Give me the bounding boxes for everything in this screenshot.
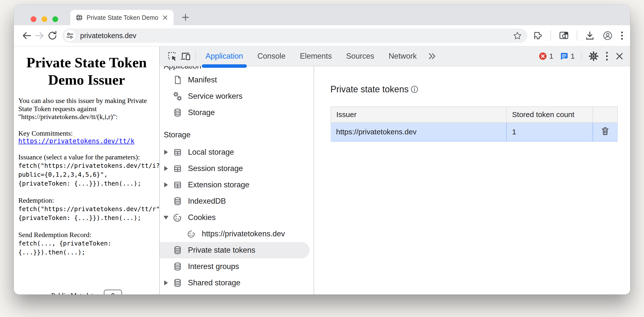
sidebar-item-indexeddb[interactable]: IndexedDB (160, 193, 314, 209)
search-tabs-icon[interactable] (558, 30, 569, 41)
issue-count: 1 (570, 52, 575, 60)
key-commitments-link[interactable]: https://privatetokens.dev/tt/k (18, 137, 134, 145)
url-text[interactable]: privatetokens.dev (80, 32, 136, 40)
reload-button[interactable] (46, 29, 59, 42)
issuer-cell[interactable]: https://privatetokens.dev (331, 123, 506, 141)
send-redemption-record-label: Send Redemption Record: (18, 231, 155, 239)
issuance-label: Issuance (select a value for the paramet… (18, 153, 155, 161)
public-metadata-label: Public Metadata (51, 291, 96, 294)
table-header-row: Issuer Stored token count (331, 107, 618, 123)
macos-traffic-lights (31, 16, 58, 22)
gears-icon (172, 91, 183, 102)
key-commitments-label: Key Commitments: (18, 129, 155, 137)
sidebar-item-cookies-origin[interactable]: https://privatetokens.dev (160, 226, 314, 242)
column-header-issuer[interactable]: Issuer (331, 107, 506, 123)
table-icon (172, 179, 183, 190)
sidebar-item-shared-storage[interactable]: Shared storage (160, 275, 314, 291)
token-count-cell[interactable]: 1 (506, 123, 593, 141)
devtools-panel: Application Console Elements Sources Net… (160, 47, 630, 294)
database-icon (172, 245, 183, 256)
address-bar[interactable]: privatetokens.dev (62, 29, 527, 43)
collapse-arrow-icon[interactable] (160, 216, 172, 219)
devtools-toolbar: Application Console Elements Sources Net… (160, 47, 630, 66)
sidebar-item-storage[interactable]: Storage (160, 104, 314, 121)
downloads-icon[interactable] (585, 31, 595, 41)
tokens-table: Issuer Stored token count https://privat… (330, 106, 618, 142)
inspect-element-icon[interactable] (166, 50, 179, 63)
toolbar-divider (550, 31, 551, 41)
tab-application[interactable]: Application (198, 46, 250, 66)
browser-tab[interactable]: Private State Token Demo (70, 10, 174, 25)
redemption-code: fetch("https://privatetokens.dev/tt/r", … (18, 205, 155, 223)
tab-title: Private State Token Demo (86, 14, 158, 21)
bookmark-star-icon[interactable] (512, 31, 522, 41)
web-page: Private State Token Demo Issuer You can … (14, 47, 160, 294)
tab-strip: Private State Token Demo (14, 5, 630, 25)
close-devtools-icon[interactable] (615, 52, 624, 61)
site-settings-icon[interactable] (64, 30, 76, 41)
close-window-button[interactable] (31, 16, 36, 22)
expand-arrow-icon[interactable] (160, 280, 172, 285)
sidebar-item-manifest[interactable]: Manifest (160, 72, 314, 88)
tab-console[interactable]: Console (250, 46, 293, 66)
table-icon (172, 163, 183, 174)
send-redemption-record-code: fetch(..., {privateToken: {...}}).then(.… (18, 239, 155, 257)
database-icon (172, 261, 183, 272)
tab-network[interactable]: Network (381, 46, 424, 66)
delete-cell[interactable] (593, 123, 618, 141)
sidebar-item-extension-storage[interactable]: Extension storage (160, 177, 314, 193)
toolbar-right-icons (533, 30, 624, 41)
cookie-icon (186, 228, 197, 239)
sidebar-item-service-workers[interactable]: Service workers (160, 88, 314, 104)
browser-window: Private State Token Demo privatetokens.d… (14, 5, 630, 294)
browser-menu-kebab-icon[interactable] (620, 31, 624, 41)
profile-avatar-icon[interactable] (602, 31, 613, 41)
expand-arrow-icon[interactable] (160, 182, 172, 187)
back-button[interactable] (20, 29, 33, 42)
devtools-body: Application Manifest Service work (160, 66, 630, 294)
devtools-toolbar-divider (196, 51, 196, 61)
database-icon (172, 196, 183, 207)
redemption-label: Redemption: (18, 196, 155, 204)
devtools-menu-kebab-icon[interactable] (606, 51, 608, 61)
private-state-tokens-view: Private state tokens Issuer Stored token… (314, 66, 630, 294)
trash-icon[interactable] (601, 126, 610, 136)
sidebar-item-private-state-tokens[interactable]: Private state tokens (160, 242, 310, 258)
devtools-toolbar-divider (581, 51, 582, 61)
device-toolbar-icon[interactable] (179, 50, 192, 63)
active-tab-underline (202, 64, 247, 68)
maximize-window-button[interactable] (52, 16, 58, 22)
browser-toolbar: privatetokens.dev (14, 25, 630, 47)
document-icon (172, 75, 183, 85)
devtools-settings-gear-icon[interactable] (588, 51, 599, 62)
forward-button[interactable] (33, 29, 46, 42)
info-icon[interactable] (410, 85, 418, 93)
public-metadata-row: Public Metadata 0 (51, 289, 122, 294)
minimize-window-button[interactable] (42, 16, 47, 22)
table-row[interactable]: https://privatetokens.dev 1 (331, 123, 618, 141)
globe-favicon-icon (76, 14, 83, 21)
expand-arrow-icon[interactable] (160, 150, 172, 155)
tab-elements[interactable]: Elements (292, 46, 339, 66)
application-sidebar: Application Manifest Service work (160, 66, 314, 294)
issues-badge-icon[interactable]: 1 (560, 52, 575, 60)
window-content: Private State Token Demo Issuer You can … (14, 47, 630, 294)
public-metadata-select[interactable]: 0 (104, 289, 122, 294)
issuance-code: fetch("https://privatetokens.dev/tt/i? p… (18, 161, 155, 188)
column-header-stored-token-count[interactable]: Stored token count (506, 107, 593, 123)
cookie-icon (172, 212, 183, 223)
sidebar-item-interest-groups[interactable]: Interest groups (160, 258, 314, 275)
tab-sources[interactable]: Sources (339, 46, 382, 66)
database-icon (172, 277, 183, 288)
sidebar-item-session-storage[interactable]: Session storage (160, 160, 314, 177)
devtools-toolbar-right: 1 1 (539, 51, 624, 62)
sidebar-item-cookies[interactable]: Cookies (160, 209, 314, 226)
new-tab-button[interactable] (180, 12, 191, 23)
sidebar-item-local-storage[interactable]: Local storage (160, 144, 314, 160)
expand-arrow-icon[interactable] (160, 166, 172, 171)
devtools-tabs: Application Console Elements Sources Net… (198, 46, 440, 66)
more-tabs-chevron-icon[interactable] (424, 46, 440, 66)
error-badge-icon[interactable]: 1 (539, 52, 554, 60)
close-tab-icon[interactable] (162, 15, 168, 21)
extensions-icon[interactable] (533, 31, 543, 41)
